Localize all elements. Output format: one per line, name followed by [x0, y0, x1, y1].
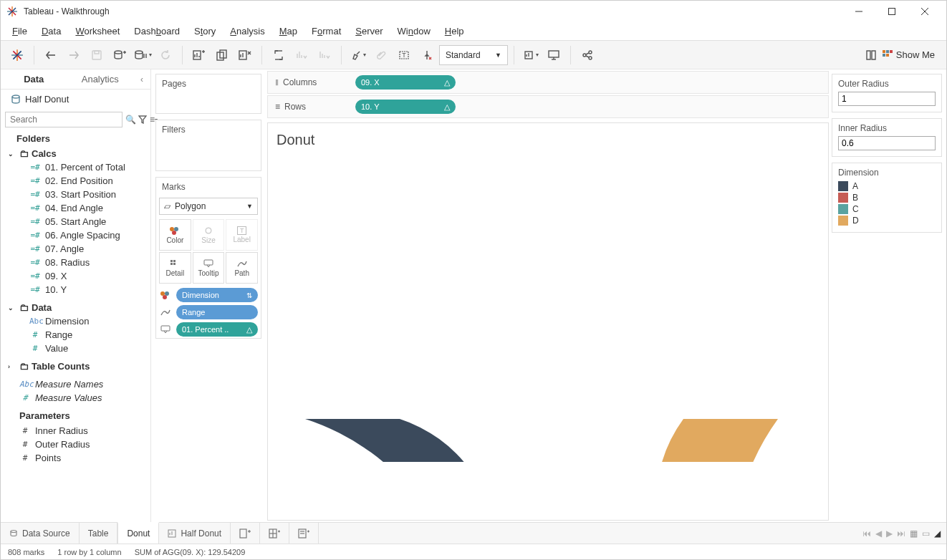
field-item[interactable]: #Value	[6, 342, 145, 355]
marks-detail-button[interactable]: Detail	[159, 252, 191, 284]
menu-story[interactable]: Story	[188, 24, 221, 38]
marks-pill[interactable]: Range	[159, 305, 258, 319]
parameter-item[interactable]: #Points	[6, 451, 145, 465]
menu-window[interactable]: Window	[392, 24, 436, 38]
menu-data[interactable]: Data	[36, 24, 67, 38]
sort-tabs-icon[interactable]: ◢	[934, 528, 941, 539]
parameter-item[interactable]: #Outer Radius	[6, 438, 145, 451]
field-item[interactable]: =#10. Y	[6, 283, 145, 296]
marks-color-button[interactable]: Color	[159, 219, 191, 251]
tab-datasource[interactable]: Data Source	[1, 523, 80, 544]
highlight-button[interactable]: ▾	[347, 44, 369, 66]
pin-button[interactable]	[416, 44, 438, 66]
sort-asc-button[interactable]	[291, 44, 312, 66]
pages-shelf[interactable]: Pages	[155, 74, 261, 114]
viz-title[interactable]: Donut	[277, 132, 819, 148]
nav-prev-icon[interactable]: ◀	[875, 528, 882, 539]
marks-pill[interactable]: 01. Percent ..△	[159, 322, 258, 337]
folder-tablecounts[interactable]: › 🗀 Table Counts	[6, 359, 145, 373]
marks-size-button[interactable]: Size	[193, 219, 225, 251]
menu-dashboard[interactable]: Dashboard	[128, 24, 186, 38]
guide-icon[interactable]	[865, 49, 878, 62]
folder-data[interactable]: ⌄ 🗀 Data	[6, 301, 145, 314]
marks-tooltip-button[interactable]: Tooltip	[193, 252, 225, 284]
save-button[interactable]	[86, 44, 107, 66]
grid-view-icon[interactable]: ▦	[910, 528, 918, 539]
nav-next-icon[interactable]: ▶	[886, 528, 893, 539]
outer-radius-input[interactable]	[838, 92, 936, 106]
search-input[interactable]	[5, 112, 122, 127]
folder-calcs[interactable]: ⌄ 🗀 Calcs	[6, 147, 145, 160]
menu-worksheet[interactable]: Worksheet	[69, 24, 125, 38]
columns-shelf[interactable]: ⦀Columns 09. X △	[267, 71, 829, 94]
tableau-home-icon[interactable]	[6, 44, 28, 66]
window-close-button[interactable]	[909, 1, 941, 21]
presentation-button[interactable]	[543, 44, 564, 66]
refresh-button[interactable]	[155, 44, 176, 66]
attach-button[interactable]	[370, 44, 392, 66]
filter-icon[interactable]	[138, 115, 147, 125]
new-datasource-button[interactable]	[109, 44, 130, 66]
rows-shelf[interactable]: ≡Rows 10. Y △	[267, 95, 829, 118]
sheet-tab[interactable]: Table	[80, 523, 118, 544]
field-item[interactable]: =#05. Start Angle	[6, 215, 145, 228]
columns-pill[interactable]: 09. X △	[355, 75, 456, 90]
collapse-sidepane-button[interactable]: ‹	[133, 69, 150, 89]
menu-help[interactable]: Help	[439, 24, 470, 38]
search-icon[interactable]: 🔍	[125, 115, 135, 125]
field-item[interactable]: =#03. Start Position	[6, 188, 145, 201]
field-item[interactable]: #Range	[6, 328, 145, 342]
menu-format[interactable]: Format	[306, 24, 347, 38]
mark-type-dropdown[interactable]: ▱Polygon ▼	[159, 198, 258, 215]
menu-server[interactable]: Server	[350, 24, 388, 38]
visualization-canvas[interactable]: Donut	[267, 122, 829, 521]
field-item[interactable]: =#02. End Position	[6, 174, 145, 188]
sheet-tab[interactable]: Donut	[117, 522, 159, 544]
window-maximize-button[interactable]	[876, 1, 908, 21]
marks-pill[interactable]: Dimension⇅	[159, 288, 258, 302]
undo-button[interactable]	[40, 44, 62, 66]
new-dashboard-tab[interactable]	[260, 523, 289, 544]
field-item[interactable]: =#09. X	[6, 269, 145, 283]
field-item[interactable]: =#06. Angle Spacing	[6, 228, 145, 242]
redo-button[interactable]	[63, 44, 85, 66]
marks-label-button[interactable]: TLabel	[226, 219, 258, 251]
marks-path-button[interactable]: Path	[226, 252, 258, 284]
share-button[interactable]	[577, 44, 598, 66]
swap-button[interactable]	[268, 44, 289, 66]
nav-last-icon[interactable]: ⏭	[897, 528, 905, 539]
new-worksheet-tab[interactable]	[231, 523, 260, 544]
show-cards-button[interactable]: ▾	[520, 44, 542, 66]
menu-analysis[interactable]: Analysis	[224, 24, 270, 38]
field-item[interactable]: =#08. Radius	[6, 256, 145, 269]
pause-updates-button[interactable]: ▾	[132, 44, 153, 66]
parameter-item[interactable]: #Inner Radius	[6, 424, 145, 438]
inner-radius-input[interactable]	[838, 136, 936, 150]
sheet-tab[interactable]: Half Donut	[159, 523, 231, 544]
sort-desc-button[interactable]	[314, 44, 335, 66]
tab-analytics[interactable]: Analytics	[67, 69, 134, 89]
filmstrip-icon[interactable]: ▭	[922, 528, 930, 539]
duplicate-button[interactable]	[211, 44, 233, 66]
datasource-row[interactable]: Half Donut	[1, 90, 150, 109]
new-story-tab[interactable]	[289, 523, 319, 544]
field-item[interactable]: =#04. End Angle	[6, 201, 145, 215]
fit-dropdown[interactable]: Standard ▼	[439, 45, 508, 65]
showme-button[interactable]: Show Me	[882, 49, 935, 61]
window-minimize-button[interactable]	[843, 1, 875, 21]
legend-item[interactable]: C	[838, 203, 936, 215]
legend-item[interactable]: D	[838, 215, 936, 226]
field-item[interactable]: =#07. Angle	[6, 242, 145, 256]
field-measure-values[interactable]: # Measure Values	[6, 391, 145, 405]
tab-data[interactable]: Data	[1, 69, 67, 89]
field-item[interactable]: AbcDimension	[6, 314, 145, 328]
field-measure-names[interactable]: Abc Measure Names	[6, 377, 145, 391]
rows-pill[interactable]: 10. Y △	[355, 100, 456, 114]
filters-shelf[interactable]: Filters	[155, 120, 261, 171]
labels-button[interactable]: T	[393, 44, 415, 66]
legend-item[interactable]: A	[838, 180, 936, 192]
field-item[interactable]: =#01. Percent of Total	[6, 160, 145, 174]
nav-first-icon[interactable]: ⏮	[862, 528, 871, 539]
new-worksheet-button[interactable]	[188, 44, 210, 66]
legend-item[interactable]: B	[838, 192, 936, 203]
